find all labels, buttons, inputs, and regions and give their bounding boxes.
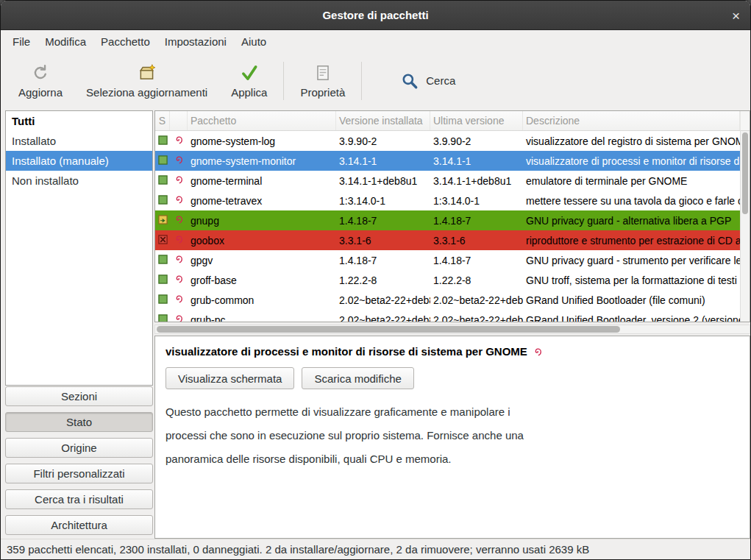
menu-pacchetto[interactable]: Pacchetto bbox=[93, 32, 157, 52]
column-header-s[interactable]: S bbox=[155, 111, 170, 130]
table-row-grub-pc[interactable]: grub-pc2.02~beta2-22+deb8u12.02~beta2-22… bbox=[155, 310, 740, 322]
filter-installato[interactable]: Installato bbox=[6, 131, 152, 151]
package-description: GNU privacy guard - strumento per verifi… bbox=[523, 250, 740, 270]
table-header: SPacchettoVersione installataUltima vers… bbox=[155, 111, 740, 131]
scarica-modifiche-button[interactable]: Scarica modifiche bbox=[302, 367, 413, 389]
menu-impostazioni[interactable]: Impostazioni bbox=[157, 32, 234, 52]
menu-aiuto[interactable]: Aiuto bbox=[234, 32, 274, 52]
menu-modifica[interactable]: Modifica bbox=[38, 32, 93, 52]
menu-file[interactable]: File bbox=[5, 32, 38, 52]
refresh-icon bbox=[31, 63, 50, 82]
latest-version: 2.02~beta2-22+deb8u1 bbox=[430, 310, 523, 322]
table-row-gnome-tetravex[interactable]: gnome-tetravex1:3.14.0-11:3.14.0-1metter… bbox=[155, 191, 740, 210]
vertical-scrollbar-thumb[interactable] bbox=[742, 132, 748, 214]
table-row-grub-common[interactable]: grub-common2.02~beta2-22+deb8u12.02~beta… bbox=[155, 290, 740, 310]
sezioni-button[interactable]: Sezioni bbox=[5, 386, 153, 406]
package-table: SPacchettoVersione installataUltima vers… bbox=[154, 110, 750, 322]
table-row-goobox[interactable]: goobox3.3.1-63.3.1-6riproduttore e strum… bbox=[155, 230, 740, 250]
package-description: GRand Unified Bootloader, versione 2 (ve… bbox=[523, 310, 740, 322]
status-installed-icon bbox=[158, 135, 168, 147]
table-row-groff-base[interactable]: groff-base1.22.2-81.22.2-8GNU troff, sis… bbox=[155, 270, 740, 290]
aggiorna-button[interactable]: Aggiorna bbox=[11, 60, 70, 102]
latest-version: 1.22.2-8 bbox=[430, 270, 523, 290]
table-row-gnome-system-log[interactable]: gnome-system-log3.9.90-23.9.90-2visualiz… bbox=[155, 131, 740, 151]
column-header-ultima-versione[interactable]: Ultima versione bbox=[430, 111, 523, 130]
table-row-gnome-system-monitor[interactable]: gnome-system-monitor3.14.1-13.14.1-1visu… bbox=[155, 151, 740, 171]
titlebar[interactable]: Gestore di pacchetti × bbox=[1, 1, 750, 30]
status-installed-icon bbox=[158, 155, 168, 167]
filtri-personalizzati-button[interactable]: Filtri personalizzati bbox=[5, 464, 153, 483]
status-cell bbox=[155, 131, 170, 151]
cerca-button[interactable]: Cerca bbox=[390, 65, 466, 96]
stato-button[interactable]: Stato bbox=[5, 412, 153, 432]
status-cell bbox=[155, 171, 170, 191]
applica-button[interactable]: Applica bbox=[224, 60, 274, 102]
latest-version: 3.14.1-1 bbox=[430, 151, 523, 171]
package-name: gnome-tetravex bbox=[188, 191, 336, 210]
package-icon-cell bbox=[170, 131, 188, 151]
latest-version: 2.02~beta2-22+deb8u1 bbox=[430, 290, 523, 310]
filter-installato-manuale[interactable]: Installato (manuale) bbox=[6, 151, 152, 171]
column-header-pacchetto[interactable]: Pacchetto bbox=[188, 111, 336, 130]
scrollbar-corner bbox=[740, 111, 750, 131]
package-description: GNU privacy guard - alternativa libera a… bbox=[523, 210, 740, 230]
details-title: visualizzatore di processi e monitor di … bbox=[165, 345, 527, 358]
table-row-gnupg[interactable]: gnupg1.4.18-71.4.18-7GNU privacy guard -… bbox=[155, 210, 740, 230]
package-icon-cell bbox=[170, 151, 188, 171]
horizontal-scrollbar[interactable] bbox=[154, 325, 750, 334]
menubar: FileModificaPacchettoImpostazioniAiuto bbox=[1, 30, 750, 53]
vertical-scrollbar[interactable] bbox=[740, 131, 750, 322]
status-installed-icon bbox=[158, 274, 168, 286]
package-icon-cell bbox=[170, 250, 188, 270]
installed-version: 1.4.18-7 bbox=[336, 210, 430, 230]
package-description: visualizzatore del registro di sistema p… bbox=[523, 131, 740, 151]
package-description: emulatore di terminale per GNOME bbox=[523, 171, 740, 191]
toolbar-button-label: Proprietà bbox=[300, 86, 345, 99]
status-cell bbox=[155, 290, 170, 310]
column-header-descrizione[interactable]: Descrizione bbox=[523, 111, 740, 130]
status-cell bbox=[155, 191, 170, 210]
proprieta-button[interactable]: Proprietà bbox=[293, 60, 352, 102]
package-description: GRand Unified Bootloader (file comuni) bbox=[523, 290, 740, 310]
column-header-versione-installata[interactable]: Versione installata bbox=[336, 111, 430, 130]
filter-non-installato[interactable]: Non installato bbox=[6, 171, 152, 191]
package-name: groff-base bbox=[188, 270, 336, 290]
status-installed-icon bbox=[158, 255, 168, 266]
package-icon-cell bbox=[170, 230, 188, 250]
toolbar-button-label: Applica bbox=[231, 86, 267, 99]
seleziona-aggiornamenti-button[interactable]: Seleziona aggiornamenti bbox=[79, 60, 215, 102]
status-cell bbox=[155, 210, 170, 230]
status-text: 359 pacchetti elencati, 2300 installati,… bbox=[7, 543, 589, 556]
close-icon[interactable]: × bbox=[732, 8, 740, 22]
toolbar-button-label: Aggiorna bbox=[18, 86, 63, 99]
debian-swirl-icon bbox=[174, 254, 184, 266]
package-description: mettere tessere su una tavola da gioco e… bbox=[523, 191, 740, 210]
filter-tutti[interactable]: Tutti bbox=[6, 111, 152, 131]
latest-version: 3.9.90-2 bbox=[430, 131, 523, 151]
status-cell bbox=[155, 270, 170, 290]
latest-version: 1.4.18-7 bbox=[430, 250, 523, 270]
table-row-gnome-terminal[interactable]: gnome-terminal3.14.1-1+deb8u13.14.1-1+de… bbox=[155, 171, 740, 191]
table-row-gpgv[interactable]: gpgv1.4.18-71.4.18-7GNU privacy guard - … bbox=[155, 250, 740, 270]
status-cell bbox=[155, 230, 170, 250]
apply-check-icon bbox=[240, 63, 259, 82]
toolbar-button-label: Seleziona aggiornamenti bbox=[86, 86, 207, 99]
details-title-row: visualizzatore di processi e monitor di … bbox=[165, 345, 739, 358]
debian-swirl-icon bbox=[174, 155, 184, 167]
latest-version: 3.3.1-6 bbox=[430, 230, 523, 250]
horizontal-scrollbar-thumb[interactable] bbox=[157, 326, 620, 333]
main-area: TuttiInstallatoInstallato (manuale)Non i… bbox=[1, 108, 750, 539]
column-header-icon[interactable] bbox=[170, 111, 188, 130]
visualizza-schermata-button[interactable]: Visualizza schermata bbox=[165, 367, 294, 389]
origine-button[interactable]: Origine bbox=[5, 438, 153, 458]
properties-icon bbox=[313, 63, 332, 82]
select-upgrades-icon bbox=[138, 63, 157, 82]
package-name: grub-pc bbox=[188, 310, 336, 322]
debian-swirl-icon bbox=[174, 194, 184, 207]
table-body: gnome-system-log3.9.90-23.9.90-2visualiz… bbox=[155, 131, 740, 322]
debian-swirl-icon bbox=[174, 234, 184, 247]
package-icon-cell bbox=[170, 270, 188, 290]
cerca-tra-i-risultati-button[interactable]: Cerca tra i risultati bbox=[5, 489, 153, 509]
latest-version: 3.14.1-1+deb8u1 bbox=[430, 171, 523, 191]
architettura-button[interactable]: Architettura bbox=[5, 515, 153, 535]
